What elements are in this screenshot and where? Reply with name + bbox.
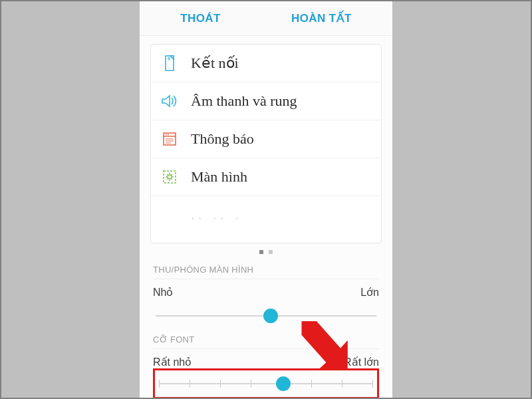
zoom-min-label: Nhỏ (153, 286, 173, 299)
display-icon (160, 168, 179, 186)
connections-icon (160, 54, 179, 72)
svg-line-14 (172, 179, 172, 180)
zoom-title: THU/PHÓNG MÀN HÌNH (153, 265, 379, 279)
list-item-label: Kết nối (191, 55, 239, 72)
svg-point-3 (168, 134, 169, 136)
slider-ticks (159, 380, 373, 388)
font-min-label: Rất nhỏ (153, 356, 192, 368)
list-item-label: Màn hình (191, 168, 247, 186)
zoom-slider[interactable] (153, 304, 379, 328)
font-max-label: Rất lớn (344, 356, 379, 368)
list-item[interactable]: Kết nối (151, 45, 381, 82)
dialog-header: THOÁT HOÀN TẤT (140, 1, 392, 36)
list-item-label: . . . . . (191, 206, 239, 223)
cancel-button[interactable]: THOÁT (180, 12, 221, 25)
font-slider[interactable] (156, 372, 376, 396)
list-item[interactable]: Thông báo (151, 120, 381, 158)
font-end-labels: Rất nhỏ Rất lớn (153, 356, 379, 368)
slider-tick (342, 380, 342, 388)
list-item[interactable]: Màn hình (151, 158, 381, 196)
list-item[interactable]: . . . . . (151, 196, 381, 224)
slider-tick (159, 380, 160, 388)
slider-tick (220, 380, 221, 388)
zoom-section: THU/PHÓNG MÀN HÌNH Nhỏ Lớn (140, 258, 392, 331)
svg-line-13 (167, 174, 168, 175)
done-button[interactable]: HOÀN TẤT (291, 11, 352, 25)
page-indicator (140, 247, 392, 258)
svg-point-2 (166, 134, 167, 136)
svg-line-15 (172, 174, 172, 175)
more-icon (160, 205, 179, 224)
notifications-icon (160, 130, 179, 148)
annotation-highlight-box (153, 368, 379, 398)
slider-tick (311, 380, 312, 388)
phone-screen: THOÁT HOÀN TẤT Kết nối (140, 1, 392, 398)
zoom-slider-thumb[interactable] (263, 309, 278, 323)
font-title: CỠ FONT (153, 334, 379, 349)
font-slider-thumb[interactable] (276, 376, 291, 391)
svg-line-16 (167, 179, 168, 180)
page-dot-active (259, 250, 263, 254)
font-section: CỠ FONT Rất nhỏ Rất lớn (140, 331, 392, 398)
svg-rect-7 (164, 171, 176, 183)
zoom-max-label: Lớn (360, 286, 379, 299)
preview-card: Kết nối Âm thanh và rung (150, 44, 382, 243)
slider-tick (251, 380, 251, 388)
svg-point-8 (168, 175, 172, 179)
list-item-label: Âm thanh và rung (191, 92, 297, 110)
screenshot-frame: THOÁT HOÀN TẤT Kết nối (0, 0, 532, 399)
page-dot (269, 250, 273, 254)
slider-tick (190, 380, 190, 388)
sound-icon (160, 92, 179, 110)
slider-tick (372, 380, 373, 388)
zoom-end-labels: Nhỏ Lớn (153, 286, 379, 299)
list-item[interactable]: Âm thanh và rung (151, 82, 381, 120)
list-item-label: Thông báo (191, 130, 254, 148)
